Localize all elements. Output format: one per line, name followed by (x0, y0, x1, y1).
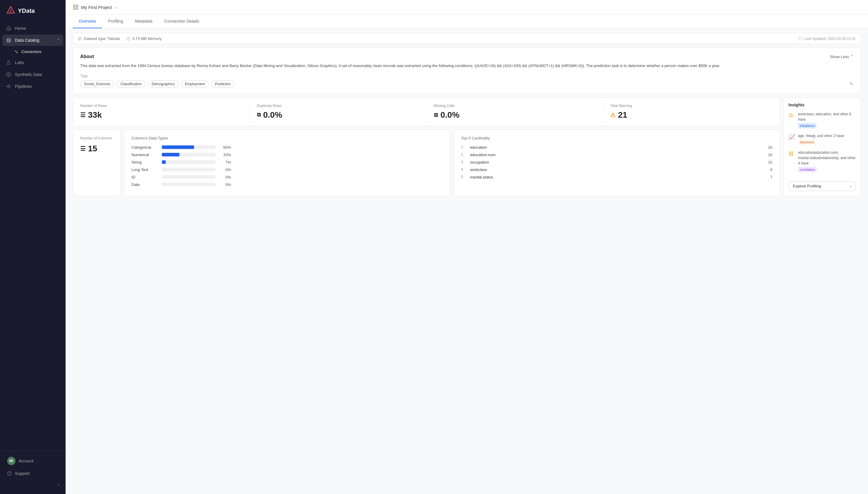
cardinality-rows: 1 education 16 2 education.num 16 3 occu… (461, 145, 772, 179)
svg-rect-20 (76, 8, 78, 10)
sidebar-item-home[interactable]: Home (2, 23, 63, 34)
sidebar-item-data-catalog[interactable]: Data Catalog ⌃ (2, 35, 63, 46)
columns-label: Number of Columns (80, 136, 113, 141)
data-types-card: Column's Data Types Categorical 60% Nume… (124, 130, 450, 196)
stats-insights-row: Number of Rows ☰ 33k Duplicate Rows ⧉ 0.… (73, 97, 861, 196)
data-type-row: Date 0% (131, 182, 442, 187)
sidebar-item-pipelines-label: Pipelines (15, 84, 32, 89)
cardinality-value: 7 (770, 175, 772, 179)
show-less-button[interactable]: Show Less ⌃ (830, 55, 853, 59)
tag-classification[interactable]: Classification (116, 80, 146, 88)
cardinality-name: workclass (470, 168, 767, 172)
logo-text: YData (18, 7, 35, 14)
tab-overview[interactable]: Overview (73, 15, 102, 28)
explore-profiling-button[interactable]: Explore Profiling › (788, 181, 856, 191)
data-type-bar (162, 153, 180, 156)
sidebar-collapse-button[interactable]: ‹ (5, 479, 61, 490)
support-label: Support (15, 471, 30, 476)
topbar: My First Project ⌄ (65, 0, 868, 15)
dataset-info-bar: Dataset type: Tabular 3.73 MB Memory Las… (73, 33, 861, 44)
tab-profiling[interactable]: Profiling (102, 15, 129, 28)
about-header: About Show Less ⌃ (80, 54, 853, 59)
about-description: This data was extracted from the 1994 Ce… (80, 63, 853, 69)
chevron-up-icon: ⌃ (850, 55, 853, 59)
support-item[interactable]: Support (5, 469, 61, 478)
tag-demographics[interactable]: Demographics (148, 80, 178, 88)
sidebar-item-home-label: Home (15, 26, 26, 31)
svg-rect-18 (76, 5, 78, 7)
edit-tags-icon[interactable]: ✎ (850, 81, 853, 87)
account-item[interactable]: Mi Account (5, 454, 61, 468)
main-content: My First Project ⌄ Overview Profiling Me… (65, 0, 868, 494)
cardinality-rank: 4 (461, 168, 467, 172)
cardinality-row: 4 workclass 9 (461, 168, 772, 172)
stat-rows: Number of Rows ☰ 33k (73, 98, 250, 126)
insight-icon: 📈 (788, 133, 795, 141)
stat-missing-label: Missing Cells (434, 104, 596, 108)
svg-line-11 (7, 86, 8, 87)
data-type-bar-container (162, 153, 215, 156)
stat-warning: Total Warning ⚠ 21 (603, 98, 779, 126)
data-types-title: Column's Data Types (131, 136, 442, 140)
svg-point-15 (7, 471, 11, 475)
project-selector[interactable]: My First Project ⌄ (73, 4, 117, 10)
dataset-memory: 3.73 MB Memory (126, 36, 162, 41)
data-type-pct: 0% (219, 168, 231, 172)
data-type-pct: 0% (219, 175, 231, 179)
sidebar-item-connectors-label: Connectors (21, 50, 41, 54)
svg-point-4 (17, 52, 18, 53)
tab-connection-details[interactable]: Connection Details (158, 15, 205, 28)
cardinality-rank: 5 (461, 175, 467, 179)
cardinality-rank: 2 (461, 153, 467, 157)
project-name: My First Project (81, 5, 112, 10)
sidebar-item-connectors[interactable]: Connectors (11, 47, 63, 56)
missing-icon: ⊞ (434, 112, 438, 118)
sidebar-bottom: Mi Account Support ‹ (0, 451, 65, 494)
sidebar-item-labs[interactable]: Labs (2, 57, 63, 68)
cardinality-name: education (470, 145, 765, 150)
cardinality-value: 16 (768, 145, 772, 150)
data-type-bar (162, 160, 166, 164)
cardinality-row: 1 education 16 (461, 145, 772, 150)
columns-icon: ☰ (80, 145, 86, 152)
cardinality-value: 15 (768, 160, 772, 165)
dataset-type-label: Dataset type: Tabular (84, 36, 120, 41)
sidebar-item-pipelines[interactable]: Pipelines (2, 81, 63, 92)
stats-card: Number of Rows ☰ 33k Duplicate Rows ⧉ 0.… (73, 97, 780, 126)
insight-text: workclass, education, and other 6 have i… (798, 111, 856, 129)
tabs-bar: Overview Profiling Metadata Connection D… (65, 15, 868, 28)
data-type-row: String 7% (131, 160, 442, 165)
svg-point-2 (7, 38, 11, 40)
duplicate-icon: ⧉ (257, 112, 261, 118)
account-label: Account (18, 458, 34, 463)
data-type-label: String (131, 160, 158, 165)
tag-prediction[interactable]: Prediction (211, 80, 234, 88)
svg-point-3 (15, 50, 16, 52)
insights-title: Insights (788, 102, 856, 107)
cardinality-value: 9 (770, 168, 772, 172)
stat-warning-value: ⚠ 21 (610, 110, 772, 120)
svg-point-6 (8, 74, 10, 75)
data-type-bar-container (162, 175, 215, 179)
cardinality-rank: 3 (461, 160, 467, 164)
tag-employment[interactable]: Employment (181, 80, 209, 88)
data-type-row: Categorical 60% (131, 145, 442, 150)
data-type-label: Numerical (131, 153, 158, 157)
insight-text: age, fnlwgt, and other 2 have skewness (798, 133, 856, 145)
stat-duplicates: Duplicate Rows ⧉ 0.0% (250, 98, 427, 126)
sidebar-subitems: Connectors (2, 47, 63, 56)
svg-rect-19 (74, 8, 75, 10)
last-updated: Last Updated: 2023-10-26 12:01 (798, 37, 856, 41)
arrow-right-icon: › (850, 184, 851, 188)
data-type-bar-container (162, 146, 215, 149)
cardinality-row: 2 education.num 16 (461, 153, 772, 157)
svg-point-9 (10, 86, 11, 87)
tag-social-sciences[interactable]: Social_Sciences (80, 80, 114, 88)
tab-metadata[interactable]: Metadata (129, 15, 158, 28)
warning-icon: ⚠ (610, 111, 616, 119)
about-card: About Show Less ⌃ This data was extracte… (73, 48, 861, 94)
sidebar-item-labs-label: Labs (15, 60, 24, 65)
sidebar-item-synthetic-data[interactable]: Synthetic Data (2, 69, 63, 80)
data-type-label: Long Text (131, 168, 158, 172)
logo[interactable]: YData (0, 0, 65, 23)
